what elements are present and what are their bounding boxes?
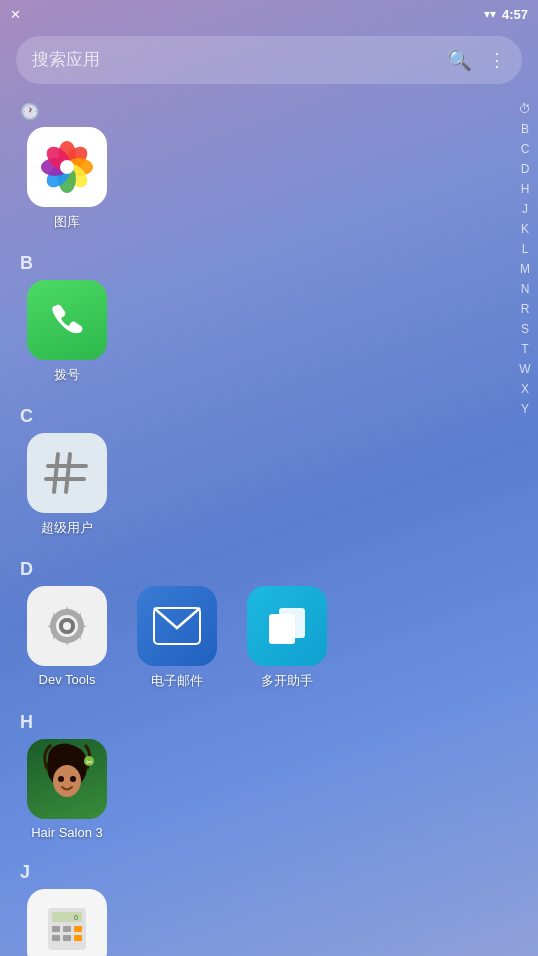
app-email-label: 电子邮件: [151, 672, 203, 690]
svg-point-21: [53, 765, 81, 797]
index-item-H[interactable]: H: [516, 180, 534, 198]
app-gallery[interactable]: 图库: [12, 127, 122, 231]
section-letter-H: H: [0, 706, 538, 735]
index-item-T[interactable]: T: [516, 340, 534, 358]
svg-rect-30: [74, 926, 82, 932]
app-devtools[interactable]: Dev Tools: [12, 586, 122, 690]
app-gallery-label: 图库: [54, 213, 80, 231]
index-item-S[interactable]: S: [516, 320, 534, 338]
section-D: D: [0, 553, 538, 702]
section-J: J 0: [0, 856, 538, 956]
section-letter-D: D: [0, 553, 538, 582]
app-phone-label: 拨号: [54, 366, 80, 384]
app-calculator[interactable]: 0 计算器: [12, 889, 122, 956]
index-item-R[interactable]: R: [516, 300, 534, 318]
app-list: 🕐 图库: [0, 92, 538, 956]
app-superuser-label: 超级用户: [41, 519, 93, 537]
section-letter-B: B: [0, 247, 538, 276]
section-letter-J: J: [0, 856, 538, 885]
status-bar: ✕ ▾▾ 4:57: [0, 0, 538, 28]
section-recent-icon: 🕐: [0, 96, 538, 123]
svg-rect-28: [52, 926, 60, 932]
index-item-W[interactable]: W: [516, 360, 534, 378]
svg-rect-32: [63, 935, 71, 941]
app-phone[interactable]: 拨号: [12, 280, 122, 384]
search-bar[interactable]: 🔍 ⋮: [16, 36, 522, 84]
svg-point-22: [58, 776, 64, 782]
index-item-B[interactable]: B: [516, 120, 534, 138]
svg-line-9: [54, 454, 58, 492]
section-recent: 🕐 图库: [0, 96, 538, 243]
svg-rect-33: [74, 935, 82, 941]
section-letter-C: C: [0, 400, 538, 429]
svg-rect-19: [269, 614, 295, 644]
index-item-Y[interactable]: Y: [516, 400, 534, 418]
svg-text:0: 0: [74, 914, 78, 921]
section-H: H: [0, 706, 538, 852]
wifi-icon: ▾▾: [484, 7, 496, 21]
app-email[interactable]: 电子邮件: [122, 586, 232, 690]
index-item-J[interactable]: J: [516, 200, 534, 218]
index-item-C[interactable]: C: [516, 140, 534, 158]
status-time: 4:57: [502, 7, 528, 22]
index-item-M[interactable]: M: [516, 260, 534, 278]
app-superuser[interactable]: 超级用户: [12, 433, 122, 537]
svg-rect-31: [52, 935, 60, 941]
section-C: C 超级用户: [0, 400, 538, 549]
index-item-K[interactable]: K: [516, 220, 534, 238]
close-icon: ✕: [10, 7, 21, 22]
app-hairsalon-label: Hair Salon 3: [31, 825, 103, 840]
index-item-clock[interactable]: ⏱: [516, 100, 534, 118]
svg-point-8: [60, 160, 74, 174]
more-options-icon[interactable]: ⋮: [488, 49, 506, 71]
svg-text:✂: ✂: [86, 758, 93, 767]
svg-point-16: [63, 622, 71, 630]
index-item-N[interactable]: N: [516, 280, 534, 298]
index-bar: ⏱ B C D H J K L M N R S T W X Y: [516, 100, 534, 418]
section-B: B 拨号: [0, 247, 538, 396]
app-hairsalon[interactable]: ✂ Hair Salon 3: [12, 739, 122, 840]
search-input[interactable]: [32, 50, 447, 70]
app-multiopen[interactable]: 多开助手: [232, 586, 342, 690]
svg-rect-29: [63, 926, 71, 932]
index-item-X[interactable]: X: [516, 380, 534, 398]
svg-line-10: [66, 454, 70, 492]
index-item-D[interactable]: D: [516, 160, 534, 178]
app-multiopen-label: 多开助手: [261, 672, 313, 690]
svg-point-23: [70, 776, 76, 782]
app-devtools-label: Dev Tools: [39, 672, 96, 687]
index-item-L[interactable]: L: [516, 240, 534, 258]
search-icon[interactable]: 🔍: [447, 48, 472, 72]
